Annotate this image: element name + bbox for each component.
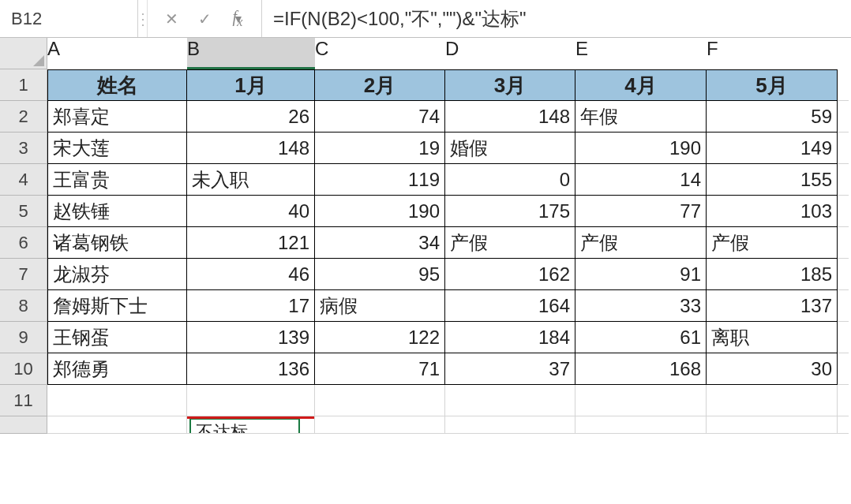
- cell-C5[interactable]: 190: [315, 196, 445, 227]
- cell-A1[interactable]: 姓名: [47, 69, 187, 101]
- cell-D2[interactable]: 148: [445, 101, 575, 133]
- row-header-5[interactable]: 5: [0, 196, 47, 227]
- cell-B11[interactable]: [187, 385, 315, 416]
- cell-B2[interactable]: 26: [187, 101, 315, 133]
- row-header-2[interactable]: 2: [0, 101, 47, 133]
- row-header-4[interactable]: 4: [0, 164, 47, 196]
- cell-F4[interactable]: 155: [707, 164, 838, 196]
- cell-A4[interactable]: 王富贵: [47, 164, 187, 196]
- cell-D7[interactable]: 162: [445, 259, 575, 290]
- cell-B5[interactable]: 40: [187, 196, 315, 227]
- col-header-D[interactable]: D: [445, 38, 575, 69]
- cell-B1[interactable]: 1月: [187, 69, 315, 101]
- cancel-icon[interactable]: ✕: [162, 9, 181, 28]
- row-header-9[interactable]: 9: [0, 322, 47, 353]
- cell-D6[interactable]: 产假: [445, 227, 575, 259]
- cell-B3[interactable]: 148: [187, 133, 315, 164]
- cell-C3[interactable]: 19: [315, 133, 445, 164]
- col-header-C[interactable]: C: [315, 38, 445, 69]
- cell-A11[interactable]: [47, 385, 187, 416]
- cell-D12[interactable]: [445, 416, 575, 434]
- col-header-E[interactable]: E: [575, 38, 707, 69]
- col-header-A[interactable]: A: [47, 38, 187, 69]
- cell-E6[interactable]: 产假: [575, 227, 707, 259]
- cell-F1[interactable]: 5月: [707, 69, 838, 101]
- cell-E5[interactable]: 77: [575, 196, 707, 227]
- cell-F10[interactable]: 30: [707, 353, 838, 385]
- cell-F11[interactable]: [707, 385, 838, 416]
- row-header-8[interactable]: 8: [0, 290, 47, 322]
- cell-D3[interactable]: 婚假: [445, 133, 575, 164]
- cell-E8[interactable]: 33: [575, 290, 707, 322]
- cell-C8[interactable]: 病假: [315, 290, 445, 322]
- cell-F12[interactable]: [707, 416, 838, 434]
- cell-C6[interactable]: 34: [315, 227, 445, 259]
- cell-D9[interactable]: 184: [445, 322, 575, 353]
- cell-A12[interactable]: [47, 416, 187, 434]
- cell-B9[interactable]: 139: [187, 322, 315, 353]
- cell-A8[interactable]: 詹姆斯下士: [47, 290, 187, 322]
- spreadsheet-grid[interactable]: A B C D E F 1 姓名 1月 2月 3月 4月 5月 2 郑喜定 26…: [0, 38, 851, 448]
- cell-F3[interactable]: 149: [707, 133, 838, 164]
- cell-E3[interactable]: 190: [575, 133, 707, 164]
- cell-E10[interactable]: 168: [575, 353, 707, 385]
- cell-E9[interactable]: 61: [575, 322, 707, 353]
- name-box-container[interactable]: ▼: [0, 0, 138, 37]
- cell-F6[interactable]: 产假: [707, 227, 838, 259]
- cell-A10[interactable]: 郑德勇: [47, 353, 187, 385]
- cell-D1[interactable]: 3月: [445, 69, 575, 101]
- cell-F5[interactable]: 103: [707, 196, 838, 227]
- cell-C1[interactable]: 2月: [315, 69, 445, 101]
- cell-A2[interactable]: 郑喜定: [47, 101, 187, 133]
- row-header-1[interactable]: 1: [0, 69, 47, 101]
- cell-F7[interactable]: 185: [707, 259, 838, 290]
- cell-D5[interactable]: 175: [445, 196, 575, 227]
- cell-E1[interactable]: 4月: [575, 69, 707, 101]
- row-header-11[interactable]: 11: [0, 385, 47, 416]
- cell-D8[interactable]: 164: [445, 290, 575, 322]
- cell-B4[interactable]: 未入职: [187, 164, 315, 196]
- cell-F8[interactable]: 137: [707, 290, 838, 322]
- cell-D10[interactable]: 37: [445, 353, 575, 385]
- cell-C4[interactable]: 119: [315, 164, 445, 196]
- cell-A7[interactable]: 龙淑芬: [47, 259, 187, 290]
- row-header-3[interactable]: 3: [0, 133, 47, 164]
- cell-A5[interactable]: 赵铁锤: [47, 196, 187, 227]
- cell-C11[interactable]: [315, 385, 445, 416]
- formula-input[interactable]: [261, 0, 851, 37]
- row-header-7[interactable]: 7: [0, 259, 47, 290]
- cell-C12[interactable]: [315, 416, 445, 434]
- formula-bar-divider: ⋮: [138, 0, 148, 37]
- cell-C2[interactable]: 74: [315, 101, 445, 133]
- cell-C10[interactable]: 71: [315, 353, 445, 385]
- row-header-12[interactable]: [0, 416, 47, 434]
- cell-E7[interactable]: 91: [575, 259, 707, 290]
- cell-edge-4: [838, 164, 849, 196]
- cell-E12[interactable]: [575, 416, 707, 434]
- cell-E4[interactable]: 14: [575, 164, 707, 196]
- cell-B8[interactable]: 17: [187, 290, 315, 322]
- cell-F9[interactable]: 离职: [707, 322, 838, 353]
- cell-edge-1: [838, 69, 849, 101]
- cell-C9[interactable]: 122: [315, 322, 445, 353]
- cell-F2[interactable]: 59: [707, 101, 838, 133]
- cell-A3[interactable]: 宋大莲: [47, 133, 187, 164]
- cell-E2[interactable]: 年假: [575, 101, 707, 133]
- cell-A9[interactable]: 王钢蛋: [47, 322, 187, 353]
- cell-B7[interactable]: 46: [187, 259, 315, 290]
- cell-A6[interactable]: 诸葛钢铁: [47, 227, 187, 259]
- cell-B12[interactable]: 不达标: [187, 416, 315, 434]
- cell-B6[interactable]: 121: [187, 227, 315, 259]
- select-all-corner[interactable]: [0, 38, 47, 69]
- cell-D4[interactable]: 0: [445, 164, 575, 196]
- cell-D11[interactable]: [445, 385, 575, 416]
- cell-C7[interactable]: 95: [315, 259, 445, 290]
- row-header-10[interactable]: 10: [0, 353, 47, 385]
- col-header-F[interactable]: F: [707, 38, 838, 69]
- cell-E11[interactable]: [575, 385, 707, 416]
- fx-icon[interactable]: fx: [228, 8, 247, 30]
- col-header-B[interactable]: B: [187, 38, 315, 69]
- cell-B10[interactable]: 136: [187, 353, 315, 385]
- enter-icon[interactable]: ✓: [195, 9, 214, 28]
- row-header-6[interactable]: 6: [0, 227, 47, 259]
